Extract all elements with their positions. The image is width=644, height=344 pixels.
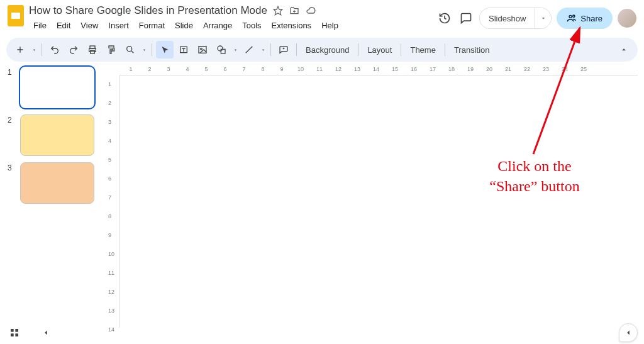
svg-point-9 — [201, 48, 203, 50]
line-dropdown[interactable] — [259, 41, 267, 58]
svg-point-10 — [218, 46, 223, 51]
prev-slide-button[interactable] — [38, 325, 54, 341]
menu-help[interactable]: Help — [317, 19, 343, 32]
layout-button[interactable]: Layout — [362, 41, 397, 58]
history-icon[interactable] — [436, 10, 453, 26]
slide-preview[interactable] — [20, 67, 94, 108]
redo-button[interactable] — [65, 41, 82, 58]
svg-rect-15 — [15, 333, 18, 336]
people-icon — [567, 13, 577, 23]
paint-format-button[interactable] — [103, 41, 120, 58]
menu-insert[interactable]: Insert — [104, 19, 133, 32]
ruler-vertical: 1234567891011121314 — [106, 75, 119, 328]
canvas-area: 1234567891011121314151617181920212223242… — [106, 64, 644, 328]
zoom-button[interactable] — [121, 41, 139, 58]
comment-button[interactable] — [275, 41, 292, 58]
header: How to Share Google Slides in Presentati… — [0, 0, 644, 35]
slide-thumb-2[interactable]: 2 — [8, 114, 98, 156]
svg-rect-8 — [199, 47, 206, 53]
textbox-tool[interactable] — [175, 41, 192, 58]
undo-button[interactable] — [46, 41, 64, 58]
slideshow-button[interactable]: Slideshow — [480, 8, 535, 28]
panel-resize-handle[interactable] — [101, 64, 106, 328]
shape-dropdown[interactable] — [231, 41, 239, 58]
svg-rect-13 — [15, 329, 18, 332]
zoom-dropdown[interactable] — [140, 41, 148, 58]
image-tool[interactable] — [194, 41, 211, 58]
menu-extensions[interactable]: Extensions — [267, 19, 316, 32]
move-icon[interactable] — [289, 5, 300, 16]
menu-slide[interactable]: Slide — [170, 19, 197, 32]
menu-view[interactable]: View — [76, 19, 103, 32]
menu-format[interactable]: Format — [135, 19, 169, 32]
title-area: How to Share Google Slides in Presentati… — [29, 4, 343, 32]
document-title[interactable]: How to Share Google Slides in Presentati… — [29, 4, 267, 17]
slide-thumb-3[interactable]: 3 — [8, 162, 98, 204]
slide-thumb-1[interactable]: 1 — [8, 67, 98, 108]
collapse-toolbar-button[interactable] — [615, 41, 633, 58]
share-button-label: Share — [580, 14, 602, 23]
slide-number: 2 — [8, 114, 16, 125]
slideshow-group: Slideshow — [479, 8, 552, 29]
svg-point-1 — [569, 15, 572, 18]
svg-point-6 — [127, 47, 132, 52]
new-slide-button[interactable] — [11, 41, 29, 58]
select-tool[interactable] — [156, 41, 174, 58]
theme-button[interactable]: Theme — [405, 41, 440, 58]
grid-view-button[interactable] — [6, 325, 23, 341]
slide-canvas[interactable] — [125, 79, 631, 323]
svg-rect-12 — [11, 329, 14, 332]
ruler-horizontal: 1234567891011121314151617181920212223242… — [119, 64, 638, 75]
slide-number: 3 — [8, 162, 16, 172]
comments-icon[interactable] — [458, 10, 474, 26]
menu-file[interactable]: File — [29, 19, 51, 32]
menubar: FileEditViewInsertFormatSlideArrangeTool… — [29, 19, 343, 32]
star-icon[interactable] — [272, 5, 284, 16]
slide-preview[interactable] — [20, 114, 94, 156]
toolbar: Background Layout Theme Transition — [6, 38, 638, 62]
workspace: 123 123456789101112131415161718192021222… — [0, 64, 644, 328]
svg-rect-11 — [221, 49, 225, 53]
new-slide-dropdown[interactable] — [30, 41, 38, 58]
menu-tools[interactable]: Tools — [238, 19, 265, 32]
svg-point-2 — [573, 15, 575, 17]
header-right: Slideshow Share — [436, 8, 636, 29]
svg-marker-0 — [274, 6, 282, 14]
shape-tool[interactable] — [213, 41, 230, 58]
slide-number: 1 — [8, 67, 16, 77]
line-tool[interactable] — [240, 41, 258, 58]
explore-button[interactable] — [619, 323, 638, 342]
background-button[interactable]: Background — [301, 41, 354, 58]
slide-preview[interactable] — [20, 162, 94, 204]
slides-logo[interactable] — [8, 5, 24, 26]
share-button[interactable]: Share — [557, 8, 613, 29]
footer — [6, 325, 638, 340]
transition-button[interactable]: Transition — [449, 41, 495, 58]
menu-arrange[interactable]: Arrange — [199, 19, 236, 32]
cloud-saved-icon[interactable] — [305, 5, 316, 16]
slides-panel[interactable]: 123 — [0, 64, 101, 328]
account-avatar[interactable] — [618, 9, 636, 28]
slideshow-dropdown[interactable] — [535, 8, 551, 28]
svg-rect-14 — [11, 333, 14, 336]
menu-edit[interactable]: Edit — [52, 19, 75, 32]
print-button[interactable] — [84, 41, 101, 58]
